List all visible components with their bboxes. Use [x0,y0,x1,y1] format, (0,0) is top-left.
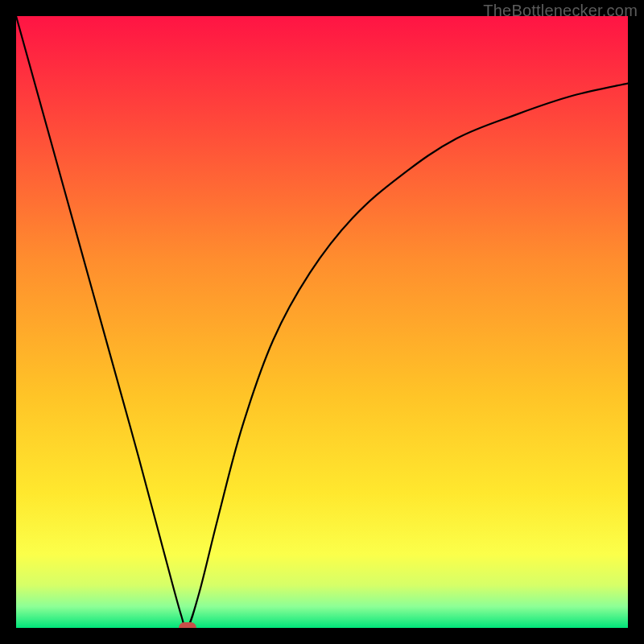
bottleneck-curve [16,16,628,628]
chart-canvas: TheBottlenecker.com [0,0,644,644]
watermark-text: TheBottlenecker.com [483,2,638,20]
optimum-marker [179,622,196,628]
plot-area [16,16,628,628]
